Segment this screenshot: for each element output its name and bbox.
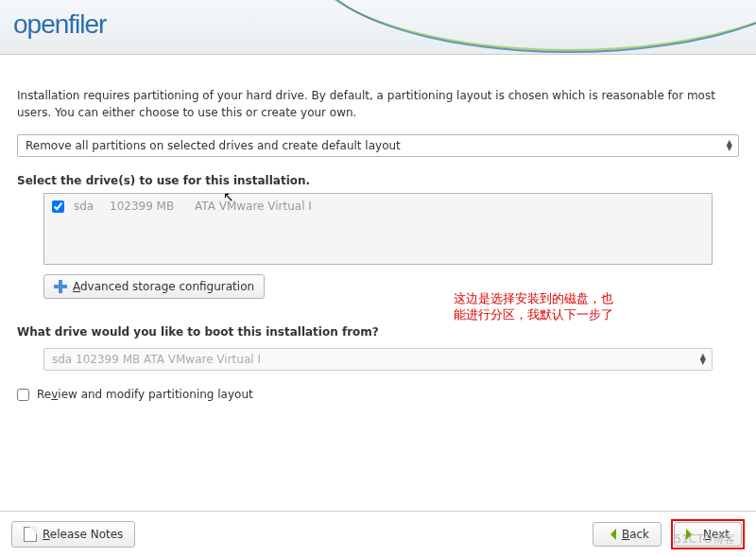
back-button[interactable]: Back xyxy=(593,522,662,547)
annotation-text: 这边是选择安装到的磁盘，也 能进行分区，我默认下一步了 xyxy=(454,291,613,323)
drive-checkbox[interactable] xyxy=(52,200,64,213)
header: openfiler xyxy=(0,0,756,55)
arrow-left-icon xyxy=(605,529,616,540)
drive-size: 102399 MB xyxy=(110,200,185,213)
drive-row[interactable]: sda 102399 MB ATA VMware Virtual I xyxy=(52,200,704,213)
boot-drive-value: sda 102399 MB ATA VMware Virtual I xyxy=(52,353,261,366)
release-notes-button[interactable]: Release Notes xyxy=(11,521,135,548)
next-button[interactable]: Next xyxy=(674,522,742,547)
content: Installation requires partitioning of yo… xyxy=(0,55,756,416)
next-label: Next xyxy=(703,528,730,541)
header-decoration xyxy=(302,0,756,55)
next-highlight: Next xyxy=(671,519,745,549)
footer: Release Notes Back Next 51CTO博客 xyxy=(0,511,756,557)
partition-layout-value: Remove all partitions on selected drives… xyxy=(26,139,401,152)
drive-name: sda xyxy=(74,200,100,213)
boot-label: What drive would you like to boot this i… xyxy=(17,325,739,339)
partition-layout-combo[interactable]: Remove all partitions on selected drives… xyxy=(17,134,739,157)
boot-drive-combo[interactable]: sda 102399 MB ATA VMware Virtual I ▲▼ xyxy=(43,348,713,371)
review-checkbox-row[interactable]: Review and modify partitioning layout xyxy=(17,388,739,401)
intro-text: Installation requires partitioning of yo… xyxy=(17,87,739,121)
arrow-right-icon xyxy=(686,529,697,540)
chevron-updown-icon: ▲▼ xyxy=(700,354,706,365)
plus-icon xyxy=(54,280,67,293)
release-notes-label: Release Notes xyxy=(43,528,123,541)
advanced-storage-label: Advanced storage configuration xyxy=(73,280,254,293)
drives-label: Select the drive(s) to use for this inst… xyxy=(17,174,739,187)
advanced-storage-button[interactable]: Advanced storage configuration xyxy=(43,274,265,299)
logo: openfiler xyxy=(13,9,106,40)
review-checkbox[interactable] xyxy=(17,389,29,401)
drive-list: sda 102399 MB ATA VMware Virtual I xyxy=(43,193,713,265)
chevron-updown-icon: ▲▼ xyxy=(727,140,732,151)
back-label: Back xyxy=(622,528,649,541)
drive-model: ATA VMware Virtual I xyxy=(195,200,312,213)
document-icon xyxy=(24,527,37,542)
review-label: Review and modify partitioning layout xyxy=(37,388,253,401)
